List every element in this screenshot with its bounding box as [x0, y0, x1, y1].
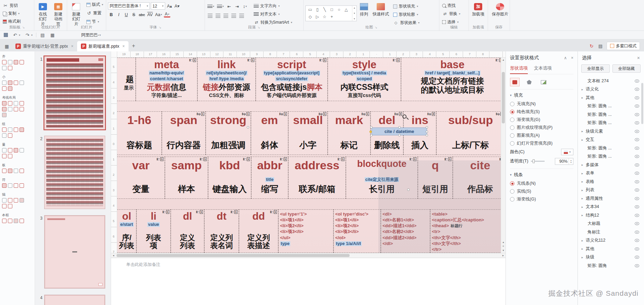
fill-option-radio[interactable]: 无填充(N) [510, 100, 573, 108]
selection-item[interactable]: 矩形: 圆角 ... [580, 102, 640, 111]
slide-shape-code[interactable]: <ol type='disc'><li>项1</li><li>项2</li><l… [333, 209, 381, 253]
eye-icon[interactable] [635, 180, 639, 183]
section-button[interactable]: 节▾ [85, 18, 104, 25]
slide-shape-cut1[interactable]: 题显示 [117, 58, 136, 101]
slide-shape-cite[interactable]: ‖□1cite作品标 [453, 157, 501, 199]
tool-icon[interactable] [8, 169, 12, 173]
eye-icon[interactable] [635, 88, 639, 91]
slide-shape-span[interactable]: ‖⊖1span行内容器 [162, 111, 206, 155]
view-button[interactable]: ▦ [49, 32, 56, 38]
selection-item[interactable]: 矩形: 圆角 ... [580, 152, 640, 161]
slide-shape-em[interactable]: ‖⊖1em斜体 [251, 111, 288, 155]
selection-scrollbar[interactable] [641, 81, 644, 304]
tool-icon[interactable] [20, 107, 24, 111]
shape-item[interactable]: ▭ [307, 7, 313, 12]
scroll-thumb[interactable] [117, 254, 350, 257]
notes-area[interactable]: 单击此处添加备注 [111, 258, 506, 271]
notes-placeholder[interactable]: 单击此处添加备注 [126, 262, 160, 267]
close-icon[interactable]: × [571, 56, 573, 60]
line-spacing-button[interactable]: ↕▾ [242, 3, 248, 10]
slide-shape-li[interactable]: ‖□1livalue列表项 [136, 209, 171, 253]
shape-item[interactable]: ▷ [315, 14, 320, 19]
home-icon[interactable]: ▦ [4, 44, 10, 49]
shape-fill-button[interactable]: 形状填充▾ [392, 3, 421, 10]
eye-icon[interactable] [635, 96, 639, 99]
shape-item[interactable]: ○ [336, 7, 342, 12]
expand-icon[interactable]: ▸ [581, 138, 584, 142]
tool-icon[interactable] [2, 169, 7, 173]
tool-icon[interactable] [14, 127, 18, 132]
tool-icon[interactable] [14, 81, 18, 85]
slide-shape-code[interactable]: <ul type='1'><li>项1</li><li>项2</li><li>项… [278, 209, 333, 253]
transparency-input[interactable]: 90%▴▾ [555, 158, 573, 165]
eye-icon[interactable] [635, 256, 639, 259]
tool-icon[interactable] [2, 183, 7, 188]
selection-item[interactable]: ▸交互 [580, 136, 640, 144]
selection-item[interactable]: 矩形: 圆角 ... [580, 119, 640, 127]
theme-select[interactable]: 阿里巴巴-▾ [80, 32, 102, 38]
eye-icon[interactable] [635, 163, 639, 167]
tool-icon[interactable] [20, 101, 24, 106]
slide-nav-icon[interactable]: ≡ [501, 244, 506, 248]
shape-item[interactable]: ▯ [315, 7, 320, 12]
next-slide-icon[interactable]: ▾ [501, 248, 506, 252]
tool-icon[interactable] [8, 133, 12, 138]
cut-button[interactable]: ✂剪切 [2, 2, 22, 9]
font-size-select[interactable]: 12▾ [151, 2, 165, 10]
selection-item[interactable]: ▸列表 [580, 186, 640, 195]
selection-handle[interactable] [398, 134, 401, 136]
layout-button[interactable]: 版式▾ [85, 1, 104, 8]
tool-icon[interactable] [2, 60, 7, 64]
eye-icon[interactable] [635, 105, 639, 108]
selection-handle[interactable] [407, 188, 410, 191]
eye-icon[interactable] [635, 239, 639, 242]
tool-icon[interactable] [2, 154, 7, 158]
tool-icon[interactable] [8, 154, 12, 158]
tool-icon[interactable] [20, 81, 24, 85]
eye-icon[interactable] [635, 214, 639, 217]
slide-shape-code[interactable]: <table><caption>汇总</caption><thead>标题行<t… [430, 209, 501, 253]
slide-shape-dl[interactable]: ‖□1dl定义列表 [171, 209, 204, 253]
expand-icon[interactable]: ▸ [581, 256, 584, 259]
scroll-up-icon[interactable]: ▴ [501, 58, 506, 62]
slide-shape-ol[interactable]: ole/start序/列表 [117, 209, 136, 253]
thumbnail-preview[interactable] [44, 215, 105, 289]
slide-shape-code[interactable]: <dl><dt>名称1</dt><dd>描述1</dd><dt>名称2</dt>… [381, 209, 430, 253]
slide-shape-1h6[interactable]: 1-h6容标题 [117, 111, 162, 155]
line-option-radio[interactable]: 渐变线(G) [510, 195, 573, 203]
bold-button[interactable]: B [108, 11, 114, 18]
transparency-slider[interactable] [531, 161, 545, 162]
tool-icon[interactable] [8, 198, 12, 203]
tool-icon[interactable] [8, 183, 12, 188]
shape-item[interactable]: + [329, 14, 335, 19]
selection-item[interactable]: 矩形: 圆角 ... [580, 110, 640, 119]
hide-all-button[interactable]: 全部隐藏 [612, 64, 641, 73]
selection-handle[interactable] [426, 126, 428, 129]
selection-item[interactable]: ▸块级 [580, 253, 640, 262]
tool-icon[interactable] [2, 133, 7, 138]
slide-shape-abbr[interactable]: ‖□1abbrtitle缩写 [251, 157, 288, 199]
slide-shape-small[interactable]: ‖⊖1small小字 [288, 111, 328, 155]
selection-item[interactable]: ▸表单 [580, 169, 640, 178]
decrease-indent-button[interactable]: ⇤ [226, 3, 232, 10]
fill-option-radio[interactable]: 图片或纹理填充(P) [510, 124, 573, 132]
shape-item[interactable]: △ [343, 7, 349, 12]
dialog-launcher-icon[interactable]: ↘ [257, 26, 260, 29]
tool-icon[interactable] [2, 198, 7, 203]
tool-icon[interactable] [8, 101, 12, 106]
increase-indent-button[interactable]: ⇥ [234, 3, 240, 10]
expand-icon[interactable]: ▸ [581, 163, 584, 167]
fill-option-radio[interactable]: 纯色填充(S) [510, 108, 573, 116]
expand-icon[interactable]: ▸ [581, 172, 584, 175]
previous-slide-icon[interactable]: ▴ [501, 240, 506, 244]
slide-shape-strong[interactable]: ‖⊖1strong加粗强调 [206, 111, 251, 155]
tool-icon[interactable] [14, 219, 18, 223]
thumbnail-preview[interactable] [44, 136, 105, 209]
dialog-launcher-icon[interactable]: ↘ [22, 26, 25, 29]
selection-item[interactable]: 矩形: 圆角 [580, 261, 640, 270]
slide-thumbnail-1[interactable]: 1 [38, 56, 105, 130]
selection-item[interactable]: ▸通用属性 [580, 194, 640, 203]
tab-shape-options[interactable]: 形状选项 [510, 65, 528, 74]
selection-item[interactable]: 角标注 [580, 228, 640, 236]
font-color-button[interactable]: A▾ [164, 12, 170, 17]
